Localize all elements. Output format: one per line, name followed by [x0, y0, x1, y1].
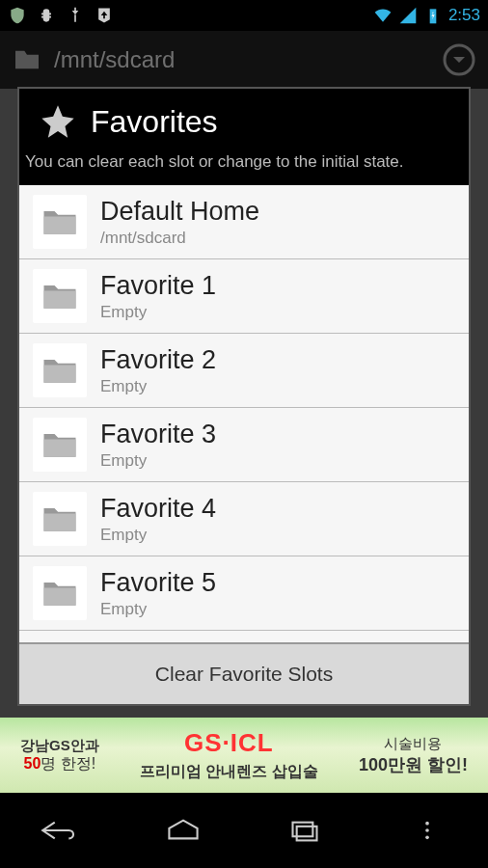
- ad-left-line1: 강남GS안과: [20, 737, 99, 754]
- ad-left: 강남GS안과 50명 한정!: [20, 737, 99, 773]
- folder-icon: [33, 566, 87, 620]
- folder-icon: [12, 44, 42, 75]
- slot-sub: Empty: [100, 600, 216, 619]
- usb-icon: [66, 6, 85, 25]
- favorite-slot[interactable]: Favorite 5Empty: [19, 556, 469, 631]
- dialog-title: Favorites: [91, 104, 218, 140]
- slot-label: Favorite 3: [100, 420, 216, 449]
- slot-texts: Favorite 5Empty: [100, 568, 216, 619]
- navigation-bar: [0, 793, 488, 868]
- status-right: 2:53: [373, 6, 480, 25]
- svg-point-5: [425, 836, 429, 840]
- battery-icon: [423, 6, 443, 25]
- favorite-slot[interactable]: Favorite 2Empty: [19, 334, 469, 408]
- shield-icon: [8, 6, 27, 25]
- star-icon: [39, 102, 77, 141]
- svg-point-4: [425, 828, 429, 832]
- ad-brand-sub: 프리미엄 안내렌즈 삽입술: [140, 762, 318, 782]
- home-button[interactable]: [159, 811, 207, 850]
- folder-icon: [33, 418, 87, 472]
- download-icon: [95, 6, 114, 25]
- dropdown-icon[interactable]: [442, 42, 476, 77]
- bug-icon: [37, 6, 56, 25]
- slot-label: Favorite 4: [100, 494, 216, 524]
- signal-icon: [398, 6, 418, 25]
- favorite-slot[interactable]: Favorite 1Empty: [19, 259, 469, 334]
- folder-icon: [33, 492, 87, 546]
- folder-icon: [33, 195, 87, 249]
- slot-label: Favorite 1: [100, 271, 216, 301]
- slot-texts: Favorite 3Empty: [100, 420, 216, 471]
- favorite-slot[interactable]: Default Home/mnt/sdcard: [19, 185, 469, 259]
- ad-brand: GS·ICL: [140, 728, 318, 758]
- status-bar: 2:53: [0, 0, 488, 31]
- menu-button[interactable]: [403, 811, 451, 850]
- slot-texts: Favorite 1Empty: [100, 271, 216, 322]
- status-left: [8, 6, 114, 25]
- folder-icon: [33, 269, 87, 323]
- toolbar-path: /mnt/sdcard: [54, 46, 430, 73]
- favorite-slot[interactable]: Favorite 3Empty: [19, 408, 469, 482]
- slot-sub: Empty: [100, 451, 216, 471]
- clear-slots-button[interactable]: Clear Favorite Slots: [155, 663, 333, 686]
- slot-label: Favorite 5: [100, 568, 216, 598]
- slot-sub: Empty: [100, 377, 216, 396]
- ad-right: 시술비용 100만원 할인!: [359, 735, 468, 776]
- slot-sub: /mnt/sdcard: [100, 229, 259, 248]
- slot-texts: Favorite 2Empty: [100, 345, 216, 396]
- wifi-icon: [373, 6, 393, 25]
- slot-texts: Favorite 4Empty: [100, 494, 216, 545]
- dialog-footer: Clear Favorite Slots: [19, 642, 469, 704]
- slot-sub: Empty: [100, 526, 216, 545]
- ad-right-line1: 시술비용: [359, 735, 468, 753]
- svg-point-3: [425, 822, 429, 826]
- clock-text: 2:53: [448, 6, 480, 25]
- recent-apps-button[interactable]: [281, 811, 329, 850]
- favorite-slot[interactable]: Favorite 4Empty: [19, 482, 469, 556]
- slot-texts: Default Home/mnt/sdcard: [100, 197, 259, 248]
- ad-center: GS·ICL 프리미엄 안내렌즈 삽입술: [140, 728, 318, 782]
- app-toolbar: /mnt/sdcard: [0, 31, 488, 89]
- ad-banner[interactable]: 강남GS안과 50명 한정! GS·ICL 프리미엄 안내렌즈 삽입술 시술비용…: [0, 718, 488, 793]
- favorites-dialog: Favorites You can clear each slot or cha…: [17, 87, 471, 706]
- ad-right-line2: 100만원 할인!: [359, 753, 468, 776]
- back-button[interactable]: [37, 811, 85, 850]
- favorites-list: Default Home/mnt/sdcardFavorite 1EmptyFa…: [19, 185, 469, 642]
- dialog-subtitle: You can clear each slot or change to the…: [19, 145, 469, 185]
- folder-icon: [33, 343, 87, 397]
- ad-left-line2: 50명 한정!: [24, 754, 96, 773]
- slot-label: Default Home: [100, 197, 259, 227]
- dialog-header: Favorites: [19, 89, 469, 145]
- slot-label: Favorite 2: [100, 345, 216, 375]
- slot-sub: Empty: [100, 303, 216, 322]
